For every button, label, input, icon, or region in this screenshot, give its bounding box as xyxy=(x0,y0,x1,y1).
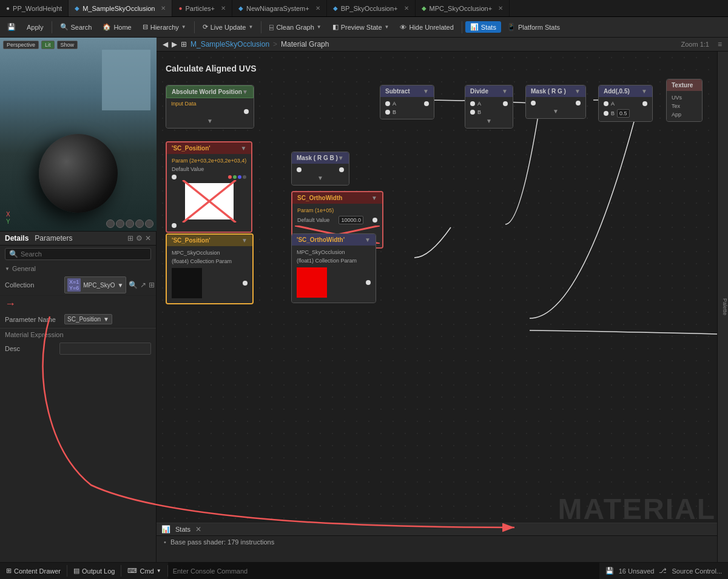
live-update-icon: ⟳ xyxy=(203,23,208,31)
vp-ctrl-3[interactable] xyxy=(126,219,134,228)
tab-parameters[interactable]: Parameters xyxy=(35,234,72,243)
vp-ctrl-4[interactable] xyxy=(135,219,144,228)
node-subtract[interactable]: Subtract ▼ A B xyxy=(380,85,434,119)
node-mask-rg[interactable]: Mask ( R G ) ▼ ▼ xyxy=(525,85,586,119)
collection-select[interactable]: X=1Y=6 MPC_SkyO ▼ xyxy=(64,276,126,293)
show-btn[interactable]: Show xyxy=(57,41,78,49)
tab-details[interactable]: Details xyxy=(5,234,29,243)
search-button[interactable]: 🔍 Search xyxy=(55,21,97,33)
nav-icon[interactable]: ↗ xyxy=(140,281,146,289)
node-sc-ortho-orange[interactable]: 'SC_OrthoWidth' ▼ MPC_SkyOcclusion (floa… xyxy=(291,233,376,303)
live-update-button[interactable]: ⟳ Live Update ▼ xyxy=(198,21,258,33)
sc-ortho-orange-expand[interactable]: ▼ xyxy=(365,236,371,243)
forward-btn[interactable]: ▶ xyxy=(172,40,177,49)
platform-stats-button[interactable]: 📱 Platform Stats xyxy=(502,21,565,33)
perspective-btn[interactable]: Perspective xyxy=(3,41,39,49)
clean-graph-button[interactable]: ⌸ Clean Graph ▼ xyxy=(265,22,326,33)
add-port-a: A xyxy=(601,99,650,108)
expand-icon[interactable]: ⊞ xyxy=(149,281,155,289)
port-sc-pos-red-out xyxy=(172,223,177,228)
tab-close-m-sample[interactable]: ✕ xyxy=(161,5,166,12)
tab-mpc-sky[interactable]: ◆ MPC_SkyOcclusion+ ✕ xyxy=(416,0,510,16)
divide-expand[interactable]: ▼ xyxy=(502,88,508,95)
graph-canvas[interactable]: Calculate Aligned UVS MATERIAL xyxy=(157,52,728,562)
general-section[interactable]: General xyxy=(0,263,156,275)
vp-ctrl-1[interactable] xyxy=(106,219,115,228)
save-button[interactable]: 💾 xyxy=(2,21,21,33)
sc-pos-orange-expand[interactable]: ▼ xyxy=(241,237,248,244)
sc-pos-color-dots xyxy=(228,175,246,179)
node-add[interactable]: Add(,0.5) ▼ A B 0.5 xyxy=(598,85,653,122)
vp-ctrl-5[interactable] xyxy=(145,219,153,228)
output-log-btn[interactable]: ▤ Output Log xyxy=(67,565,121,577)
desc-input[interactable] xyxy=(59,343,151,355)
param-arrow: ▼ xyxy=(103,316,109,323)
node-abs-expand[interactable]: ▼ xyxy=(242,89,248,95)
node-abs-world[interactable]: Absolute World Position ▼ Input Data ▼ xyxy=(166,85,254,129)
svg-line-1 xyxy=(183,180,236,223)
subtract-expand[interactable]: ▼ xyxy=(423,88,429,95)
sc-ortho-red-expand[interactable]: ▼ xyxy=(371,195,377,201)
tab-close-bp-sky[interactable]: ✕ xyxy=(404,5,409,12)
separator-1 xyxy=(52,21,52,33)
tab-icon-niagara: ◆ xyxy=(238,5,243,12)
dot-r xyxy=(228,175,232,179)
node-sc-pos-red[interactable]: 'SC_Position' ▼ Param (2e+03,2e+03,2e+03… xyxy=(166,141,252,233)
add-expand[interactable]: ▼ xyxy=(641,88,647,95)
node-divide[interactable]: Divide ▼ A B ▼ xyxy=(465,85,513,129)
cmd-btn[interactable]: ⌨ Cmd ▼ xyxy=(121,565,167,577)
abs-expand-btn[interactable]: ▼ xyxy=(207,118,213,124)
mask-rgb-expand[interactable]: ▼ xyxy=(338,155,344,161)
stats-close-btn[interactable]: ✕ xyxy=(195,525,201,534)
vp-ctrl-2[interactable] xyxy=(116,219,124,228)
palette-sidebar[interactable]: Palette xyxy=(717,52,728,562)
home-button[interactable]: 🏠 Home xyxy=(98,21,136,33)
port-ortho-red-out xyxy=(372,218,377,223)
breadcrumb-root[interactable]: M_SampleSkyOcclusion xyxy=(190,40,269,49)
close-details-icon[interactable]: ✕ xyxy=(145,234,151,243)
sc-pos-orange-sub1: MPC_SkyOcclusion xyxy=(169,249,250,257)
sc-pos-preview xyxy=(185,183,234,219)
add-body: A B 0.5 xyxy=(599,97,652,121)
back-btn[interactable]: ◀ xyxy=(163,40,168,49)
hierarchy-button[interactable]: ⊟ Hierarchy ▼ xyxy=(138,21,191,33)
tab-m-sample[interactable]: ◆ M_SampleSkyOcclusion ✕ xyxy=(69,0,172,16)
node-sc-pos-orange[interactable]: 'SC_Position' ▼ MPC_SkyOcclusion (float4… xyxy=(166,233,254,304)
tab-close-niagara[interactable]: ✕ xyxy=(315,5,320,12)
hide-unrelated-button[interactable]: 👁 Hide Unrelated xyxy=(395,22,458,33)
lit-btn[interactable]: Lit xyxy=(41,41,55,49)
port-mask-rgb-in xyxy=(297,167,302,172)
stats-button[interactable]: 📊 Stats xyxy=(465,21,501,33)
node-abs-title: Absolute World Position xyxy=(172,89,242,95)
details-search[interactable]: 🔍 xyxy=(5,248,151,260)
source-control-label[interactable]: Source Control... xyxy=(672,567,722,575)
clean-graph-arrow: ▼ xyxy=(317,24,322,30)
content-drawer-btn[interactable]: ⊞ Content Drawer xyxy=(0,565,67,577)
tab-close-mpc-sky[interactable]: ✕ xyxy=(498,5,503,12)
mask-rg-expand[interactable]: ▼ xyxy=(575,88,581,95)
tab-icon-pp: ● xyxy=(6,5,10,12)
grid-icon[interactable]: ⊞ xyxy=(127,234,133,243)
tab-particles[interactable]: ● Particles+ ✕ xyxy=(172,0,232,16)
tab-close-particles[interactable]: ✕ xyxy=(221,5,226,12)
preview-state-button[interactable]: ◧ Preview State ▼ xyxy=(328,21,394,33)
mask-rgb-title: Mask ( R G B ) xyxy=(297,155,338,161)
sc-pos-red-expand[interactable]: ▼ xyxy=(240,145,246,152)
apply-button[interactable]: Apply xyxy=(22,22,49,33)
tab-bp-sky[interactable]: ◆ BP_SkyOcclusion+ ✕ xyxy=(327,0,416,16)
save-icon: 💾 xyxy=(7,23,16,31)
separator-2 xyxy=(194,21,195,33)
graph-area[interactable]: ◀ ▶ ⊞ M_SampleSkyOcclusion > Material Gr… xyxy=(157,38,728,562)
browse-icon[interactable]: 🔍 xyxy=(129,281,138,289)
node-mask-rgb[interactable]: Mask ( R G B ) ▼ ▼ xyxy=(291,152,349,186)
port-sub-a-in xyxy=(385,101,390,106)
node-texture[interactable]: Texture UVs Tex App xyxy=(666,79,703,122)
viewport[interactable]: Perspective Lit Show X Y xyxy=(0,38,157,232)
settings-icon[interactable]: ⚙ xyxy=(136,234,143,243)
sc-ortho-orange-preview xyxy=(297,267,327,298)
tab-pp-world[interactable]: ● PP_WorldHeight xyxy=(0,0,69,16)
console-input[interactable] xyxy=(168,563,599,579)
tab-niagara[interactable]: ◆ NewNiagaraSystem+ ✕ xyxy=(232,0,327,16)
param-select[interactable]: SC_Position ▼ xyxy=(64,314,112,324)
search-input-details[interactable] xyxy=(21,250,147,258)
